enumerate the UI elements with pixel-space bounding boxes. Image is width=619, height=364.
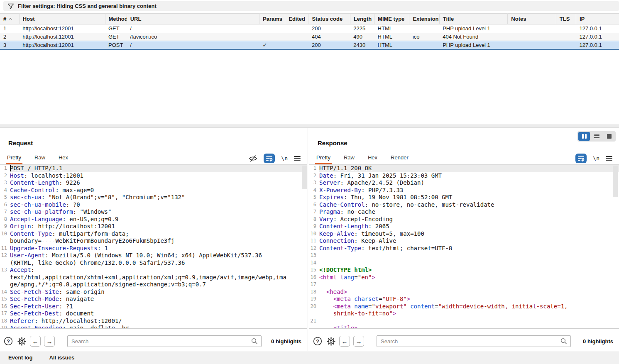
editor-line[interactable]: (KHTML, like Gecko) Chrome/132.0.0.0 Saf… (0, 259, 307, 267)
horizontal-splitter[interactable] (0, 125, 619, 128)
editor-line[interactable]: <title> (309, 325, 619, 329)
editor-line[interactable]: 9Origin: http://localhost:12001 (0, 223, 307, 230)
vertical-splitter[interactable] (308, 128, 308, 351)
line-content: Expires: Thu, 19 Nov 1981 08:52:00 GMT (319, 194, 619, 201)
search-next-button[interactable]: → (353, 336, 364, 347)
column-header-url[interactable]: URL (127, 14, 259, 24)
editor-line[interactable]: 5Expires: Thu, 19 Nov 1981 08:52:00 GMT (309, 194, 619, 201)
help-icon[interactable]: ? (313, 336, 323, 346)
editor-line[interactable]: 2Host: localhost:12001 (0, 172, 307, 180)
editor-line[interactable]: 14 (309, 259, 619, 267)
editor-line[interactable]: 17Sec-Fetch-Dest: document (0, 310, 307, 318)
editor-line[interactable]: 9Content-Length: 2065 (309, 223, 619, 230)
response-tab-hex[interactable]: Hex (367, 152, 379, 164)
editor-line[interactable]: 14Sec-Fetch-Site: same-origin (0, 288, 307, 296)
show-newlines-icon[interactable]: \n (281, 155, 288, 161)
editor-line[interactable]: 6Cache-Control: no-store, no-cache, must… (309, 201, 619, 209)
editor-line[interactable]: 19Accept-Encoding: gzip, deflate, br (0, 325, 307, 329)
editor-line[interactable]: 10Keep-Alive: timeout=5, max=100 (309, 230, 619, 238)
editor-line[interactable]: 4X-Powered-By: PHP/7.3.33 (309, 187, 619, 194)
column-header--[interactable]: # (0, 14, 19, 24)
search-prev-button[interactable]: ← (30, 336, 41, 347)
all-issues-button[interactable]: All issues (49, 354, 75, 361)
help-icon[interactable]: ? (3, 336, 13, 346)
editor-line[interactable]: 19 <meta charset="UTF-8"> (309, 296, 619, 303)
editor-line[interactable]: 2Date: Fri, 31 Jan 2025 15:23:03 GMT (309, 172, 619, 180)
column-header-extension[interactable]: Extension (409, 14, 439, 24)
request-editor[interactable]: 1POST / HTTP/1.12Host: localhost:120013C… (0, 165, 307, 329)
editor-line[interactable]: 3Server: Apache/2.4.52 (Debian) (309, 179, 619, 187)
editor-line[interactable]: shrink-to-fit=no"> (309, 310, 619, 318)
editor-line[interactable]: 11Connection: Keep-Alive (309, 237, 619, 245)
editor-line[interactable]: ge/apng,*/*;q=0.8,application/signed-exc… (0, 281, 307, 288)
request-scrollbar[interactable] (302, 166, 307, 189)
column-header-host[interactable]: Host (19, 14, 105, 24)
search-next-button[interactable]: → (44, 336, 55, 347)
column-header-status-code[interactable]: Status code (308, 14, 350, 24)
event-log-button[interactable]: Event log (8, 354, 33, 361)
editor-line[interactable]: 5sec-ch-ua: "Not A(Brand";v="8", "Chromi… (0, 194, 307, 201)
column-header-mime-type[interactable]: MIME type (374, 14, 409, 24)
settings-gear-icon[interactable] (17, 336, 27, 346)
editor-line[interactable]: 1POST / HTTP/1.1 (0, 165, 307, 172)
column-header-ip[interactable]: IP (576, 14, 619, 24)
response-tab-render[interactable]: Render (389, 152, 410, 164)
settings-gear-icon[interactable] (326, 336, 336, 346)
editor-line[interactable]: 10Content-Type: multipart/form-data; (0, 230, 307, 238)
editor-line[interactable]: 3Content-Length: 9226 (0, 179, 307, 187)
editor-line[interactable]: 20 <meta name="viewport" content="width=… (309, 303, 619, 310)
response-tab-pretty[interactable]: Pretty (315, 152, 332, 164)
editor-line[interactable]: 8Accept-Language: en-US,en;q=0.9 (0, 216, 307, 223)
editor-line[interactable]: 4Cache-Control: max-age=0 (0, 187, 307, 194)
editor-line[interactable]: 7sec-ch-ua-platform: "Windows" (0, 208, 307, 216)
editor-line[interactable]: 11Upgrade-Insecure-Requests: 1 (0, 245, 307, 252)
editor-menu-icon[interactable] (606, 156, 612, 161)
editor-line[interactable]: 12Content-Type: text/html; charset=UTF-8 (309, 245, 619, 252)
editor-line[interactable]: 15<!DOCTYPE html> (309, 266, 619, 274)
editor-line[interactable]: 7Pragma: no-cache (309, 208, 619, 216)
response-scrollbar[interactable] (613, 166, 618, 197)
editor-line[interactable]: 6sec-ch-ua-mobile: ?0 (0, 201, 307, 209)
column-header-tls[interactable]: TLS (556, 14, 576, 24)
search-prev-button[interactable]: ← (339, 336, 350, 347)
history-row-3[interactable]: 3http://localhost:12001POST/✓2002430HTML… (0, 41, 619, 49)
hide-nonprintable-eye-icon[interactable] (249, 154, 257, 163)
editor-line[interactable]: 13 (309, 252, 619, 259)
column-header-title[interactable]: Title (439, 14, 508, 24)
request-tab-pretty[interactable]: Pretty (6, 152, 22, 164)
editor-line[interactable]: boundary=----WebKitFormBoundaryE2o6FukmS… (0, 237, 307, 245)
editor-line[interactable]: 16<html lang="en"> (309, 274, 619, 281)
column-header-notes[interactable]: Notes (508, 14, 556, 24)
request-tab-hex[interactable]: Hex (57, 152, 69, 164)
editor-line[interactable]: 13Accept: (0, 266, 307, 274)
word-wrap-icon[interactable] (264, 154, 275, 163)
show-newlines-icon[interactable]: \n (593, 155, 599, 161)
column-header-method[interactable]: Method (105, 14, 127, 24)
editor-line[interactable]: 17 (309, 281, 619, 288)
column-header-edited[interactable]: Edited (285, 14, 308, 24)
single-view-button[interactable] (603, 132, 615, 141)
response-tab-raw[interactable]: Raw (343, 152, 356, 164)
editor-line[interactable]: 12User-Agent: Mozilla/5.0 (Windows NT 10… (0, 252, 307, 259)
editor-line[interactable]: 18Referer: http://localhost:12001/ (0, 318, 307, 325)
editor-line[interactable]: 8Vary: Accept-Encoding (309, 216, 619, 223)
request-tab-raw[interactable]: Raw (33, 152, 46, 164)
editor-line[interactable]: text/html,application/xhtml+xml,applicat… (0, 274, 307, 281)
column-header-length[interactable]: Length (350, 14, 374, 24)
request-search-input[interactable] (67, 335, 262, 347)
editor-line[interactable]: 21 (309, 318, 619, 325)
editor-line[interactable]: 18 <head> (309, 288, 619, 296)
response-editor[interactable]: 1HTTP/1.1 200 OK2Date: Fri, 31 Jan 2025 … (309, 165, 619, 329)
editor-line[interactable]: 15Sec-Fetch-Mode: navigate (0, 296, 307, 303)
columns-view-button[interactable] (578, 132, 590, 141)
column-header-params[interactable]: Params (259, 14, 285, 24)
response-search-input[interactable] (377, 335, 571, 347)
history-row-1[interactable]: 1http://localhost:12001GET/2002225HTMLPH… (0, 24, 619, 33)
word-wrap-icon[interactable] (575, 154, 587, 163)
filter-settings-bar[interactable]: Filter settings: Hiding CSS and general … (3, 1, 619, 11)
editor-line[interactable]: 16Sec-Fetch-User: ?1 (0, 303, 307, 310)
history-row-2[interactable]: 2http://localhost:12001GET/favicon.ico40… (0, 33, 619, 41)
editor-menu-icon[interactable] (294, 156, 301, 161)
editor-line[interactable]: 1HTTP/1.1 200 OK (309, 165, 619, 172)
rows-view-button[interactable] (591, 132, 602, 141)
